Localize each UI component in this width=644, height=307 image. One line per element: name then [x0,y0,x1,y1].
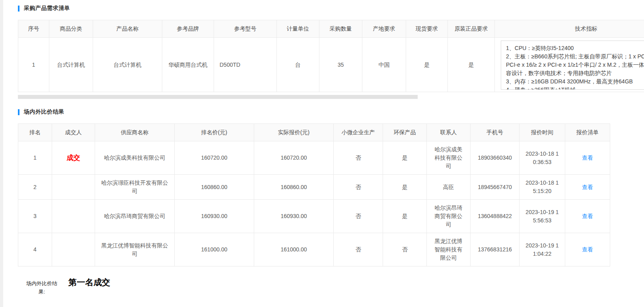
cell-rank: 2 [18,175,52,200]
view-quote-link[interactable]: 查看 [582,246,593,253]
cell-supplier: 黑龙江优博智能科技有限公司 [95,233,175,266]
cell-small-enterprise: 否 [334,141,383,175]
deal-badge [52,200,95,233]
cell-phone: 18945667470 [471,175,519,200]
tech-spec-line: 4、硬盘：≥256固态+1T机械 [506,86,644,90]
cell-phone: 13766831216 [471,233,519,266]
cell-phone: 18903660340 [471,141,519,175]
tech-spec-line: 容设计，数字供电技术；专用静电防护芯片 [506,69,644,77]
cell-quote-time: 2023-10-19 15:56:53 [519,200,565,233]
cell-contact: 哈尔滨昂琦商贸有限公司 [427,200,471,233]
comparison-header-row: 排名 成交人 供应商名称 排名价(元) 实际报价(元) 小微企业生产 环保产品 … [18,124,610,141]
requirements-header-row: 序号 商品分类 产品名称 参考品牌 参考型号 计量单位 采购数量 产地要求 现货… [18,20,644,38]
comparison-row: 1 成交 哈尔滨成美科技有限公司 160720.00 160720.00 否 是… [18,141,610,175]
col-header-tech-specs: 技术指标 [495,20,644,38]
cell-supplier: 哈尔滨璟臣科技开发有限公司 [95,175,175,200]
requirements-section-header: 采购产品需求清单 [18,5,644,12]
col-header-quote-list: 报价清单 [565,124,610,141]
cell-supplier: 哈尔滨昂琦商贸有限公司 [95,200,175,233]
comparison-section-header: 场内外比价结果 [18,108,644,116]
col-header-origin: 产地要求 [362,20,406,38]
cell-quote-list: 查看 [565,175,610,200]
cell-contact: 高臣 [427,175,471,200]
col-header-phone: 手机号 [471,124,519,141]
cell-actual-price: 160930.00 [254,200,334,233]
deal-badge [52,233,95,266]
cell-quote-time: 2023-10-18 15:15:20 [519,175,565,200]
cell-small-enterprise: 否 [334,175,383,200]
cell-phone: 13604888422 [471,200,519,233]
cell-eco-product: 是 [383,200,427,233]
cell-in-stock: 是 [406,38,448,92]
cell-ref-model: D500TD [214,38,277,92]
requirements-table: 序号 商品分类 产品名称 参考品牌 参考型号 计量单位 采购数量 产地要求 现货… [18,20,644,92]
requirements-table-horizontal-scrollbar[interactable] [18,95,644,99]
cell-eco-product: 否 [383,233,427,266]
tech-spec-line: 2、主板：≥B660系列芯片组; 主板自带原厂标识；1 x PCI-e x 16… [506,52,644,61]
cell-product-name: 台式计算机 [93,38,162,92]
deal-badge [52,175,95,200]
cell-contact: 黑龙江优博智能科技有限公司 [427,233,471,266]
result-label: 场内外比价结果: [24,278,60,296]
col-header-ref-model: 参考型号 [214,20,277,38]
requirements-row: 1 台式计算机 台式计算机 华硕商用台式机 D500TD 台 35 中国 是 是… [18,38,644,92]
comparison-result-summary: 场内外比价结果: 第一名成交 [24,278,644,296]
cell-quote-time: 2023-10-19 11:04:22 [519,233,565,266]
cell-quote-time: 2023-10-18 10:36:53 [519,141,565,175]
result-value: 第一名成交 [68,278,110,287]
requirements-section-title: 采购产品需求清单 [24,5,70,12]
col-header-quantity: 采购数量 [319,20,362,38]
cell-rank-price: 160930.00 [175,200,254,233]
col-header-rank: 排名 [18,124,52,141]
view-quote-link[interactable]: 查看 [582,184,593,190]
cell-eco-product: 是 [383,175,427,200]
col-header-genuine: 原装正品要求 [448,20,495,38]
tech-spec-line: 1、CPU：≥英特尔I5-12400 [506,44,644,52]
main-content: 采购产品需求清单 序号 商品分类 产品名称 参考品牌 参考型号 计量单位 采购数… [18,0,644,296]
view-quote-link[interactable]: 查看 [582,213,593,219]
col-header-seq: 序号 [18,20,49,38]
requirements-table-viewport: 序号 商品分类 产品名称 参考品牌 参考型号 计量单位 采购数量 产地要求 现货… [18,20,644,92]
page-left-gutter [0,0,3,307]
cell-quote-list: 查看 [565,233,610,266]
cell-rank-price: 161000.00 [175,233,254,266]
col-header-quote-time: 报价时间 [519,124,565,141]
cell-tech-specs: 1、CPU：≥英特尔I5-12400 2、主板：≥B660系列芯片组; 主板自带… [495,38,644,92]
cell-origin: 中国 [362,38,406,92]
cell-rank-price: 160720.00 [175,141,254,175]
cell-rank: 3 [18,200,52,233]
comparison-table: 排名 成交人 供应商名称 排名价(元) 实际报价(元) 小微企业生产 环保产品 … [18,124,610,266]
col-header-small-enterprise: 小微企业生产 [334,124,383,141]
col-header-in-stock: 现货要求 [406,20,448,38]
view-quote-link[interactable]: 查看 [582,154,593,161]
cell-small-enterprise: 否 [334,233,383,266]
col-header-rank-price: 排名价(元) [175,124,254,141]
col-header-actual-price: 实际报价(元) [254,124,334,141]
deal-badge: 成交 [52,141,95,175]
cell-genuine: 是 [448,38,495,92]
cell-supplier: 哈尔滨成美科技有限公司 [95,141,175,175]
tech-specs-box[interactable]: 1、CPU：≥英特尔I5-12400 2、主板：≥B660系列芯片组; 主板自带… [501,41,644,90]
tech-spec-line: 3、内存：≥16GB DDR4 3200MHz，最高支持64GB [506,77,644,86]
tech-spec-line: PCI-e x 16/≥ 2 x PCI-e x 1/≥1个串口/ 2 x M.… [506,61,644,69]
cell-ref-brand: 华硕商用台式机 [162,38,214,92]
col-header-ref-brand: 参考品牌 [162,20,214,38]
cell-eco-product: 是 [383,141,427,175]
cell-quote-list: 查看 [565,200,610,233]
scrollbar-thumb[interactable] [18,95,418,99]
col-header-unit: 计量单位 [277,20,319,38]
col-header-eco-product: 环保产品 [383,124,427,141]
comparison-row: 2 哈尔滨璟臣科技开发有限公司 160860.00 160860.00 否 是 … [18,175,610,200]
col-header-contact: 联系人 [427,124,471,141]
col-header-supplier: 供应商名称 [95,124,175,141]
cell-actual-price: 161000.00 [254,233,334,266]
cell-quote-list: 查看 [565,141,610,175]
comparison-section-title: 场内外比价结果 [24,108,64,116]
cell-unit: 台 [277,38,319,92]
cell-actual-price: 160860.00 [254,175,334,200]
col-header-winner: 成交人 [52,124,95,141]
blue-accent-bar [18,6,19,12]
cell-rank: 1 [18,141,52,175]
col-header-category: 商品分类 [49,20,93,38]
comparison-row: 4 黑龙江优博智能科技有限公司 161000.00 161000.00 否 否 … [18,233,610,266]
